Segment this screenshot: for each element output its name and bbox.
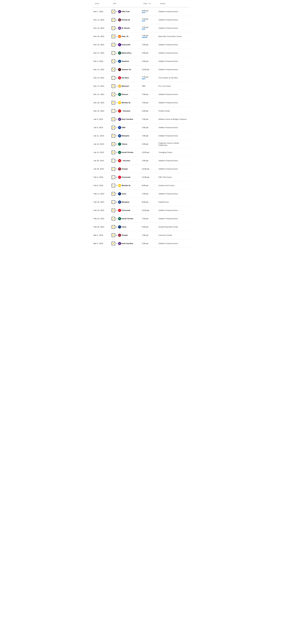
opponent-name: Missouri: [122, 85, 129, 87]
vs-symbol: vs: [116, 52, 118, 54]
result-badge: W: [112, 134, 115, 138]
vs-symbol: vs: [116, 242, 118, 244]
opponent-name: Samford: [122, 60, 129, 62]
game-time-value: 8:00 pm: [142, 184, 157, 186]
game-date: Jan 4, 2023: [93, 118, 111, 121]
game-venue: Liacouras Center: [158, 234, 188, 237]
date-header: DATE: [94, 2, 112, 6]
game-venue: Fertitta Center: [158, 109, 188, 112]
opponent-name: East Carolina: [122, 242, 133, 244]
game-time-value: 2:00 pm: [142, 242, 157, 244]
table-row: Feb 16, 2023 L @ M Memphis 8:00 pm FedEx…: [92, 198, 189, 206]
game-date: Nov 14, 2022: [93, 26, 111, 30]
opponent-name: W. Illinois: [122, 27, 130, 29]
opponent-name: Wichita St.: [122, 184, 131, 186]
game-time-value: 7:00 pm: [142, 118, 157, 120]
result-badge: W: [112, 126, 115, 129]
table-row: Nov 14, 2022 W vs W W. Illinois 7:00 pm …: [92, 24, 189, 32]
game-venue: Baha Mar Convention Center: [158, 35, 188, 38]
table-header: DATE OPP TIME / TV VENUE: [92, 0, 189, 8]
tv-network: ESP+: [142, 28, 157, 30]
game-time: 7:00 pm: [141, 192, 158, 195]
game-time: 7:00 pm: [141, 93, 158, 96]
at-symbol: @: [116, 77, 118, 79]
game-venue: Addition Financial Arena: [158, 93, 188, 96]
result-badge: L: [112, 51, 115, 55]
game-venue: Addition Financial Arena: [158, 217, 188, 220]
game-venue: Yuengling Center: [158, 151, 188, 154]
opponent-name: Tulane: [122, 143, 127, 145]
game-date: Dec 31, 2022: [93, 109, 111, 112]
result-badge: L: [112, 76, 115, 80]
table-row: Feb 26, 2023 W @ T Tulsa 5:00 pm Donald …: [92, 223, 189, 231]
game-opponent: L vs H 3 Houston: [111, 158, 141, 163]
table-row: Dec 21, 2022 W vs S Stetson 7:00 pm Addi…: [92, 90, 189, 98]
game-opponent: W vs W W. Illinois: [111, 26, 141, 30]
game-date: Nov 23, 2022: [93, 43, 111, 46]
game-venue: FLA Live Arena: [158, 84, 188, 88]
result-badge: W: [112, 167, 115, 171]
vs-symbol: vs: [116, 102, 118, 104]
game-time-value: 2:00 pm: [142, 143, 157, 145]
game-date: Dec 11, 2022: [93, 68, 111, 71]
result-badge: W: [112, 242, 115, 245]
game-time-value: 12:00 pm: [142, 68, 157, 70]
at-symbol: @: [116, 226, 118, 228]
game-opponent: W vs S Stetson: [111, 92, 141, 97]
table-row: Nov 23, 2022 W vs E Evansville 7:00 pm A…: [92, 40, 189, 49]
game-date: Dec 28, 2022: [93, 101, 111, 104]
game-date: Nov 11, 2022: [93, 18, 111, 22]
table-row: Dec 28, 2022 W vs W Wichita St. 7:00 pm …: [92, 98, 189, 107]
at-symbol: @: [116, 176, 118, 178]
at-symbol: @: [116, 118, 118, 120]
vs-symbol: vs: [116, 85, 118, 87]
game-opponent: W vs U UNC-Ash.: [111, 9, 141, 14]
game-time-value: 12:00 pm: [142, 168, 157, 170]
game-date: Dec 21, 2022: [93, 93, 111, 96]
table-row: Jan 4, 2023 W @ E East Carolina 7:00 pm …: [92, 115, 189, 124]
vs-symbol: vs: [116, 60, 118, 62]
game-time: 7:00 pm ESP+: [141, 18, 158, 22]
table-row: Nov 27, 2022 L vs M Miami (Fla.) 5:00 pm…: [92, 49, 189, 57]
game-opponent: L @ O Ole Miss: [111, 76, 141, 80]
vs-symbol: vs: [116, 126, 118, 128]
game-venue: FedExForum: [158, 200, 188, 204]
opponent-name: Cincinnati: [122, 176, 130, 178]
game-date: Jan 8, 2023: [93, 126, 111, 129]
result-badge: L: [112, 176, 115, 179]
game-opponent: W @ T Temple: [111, 233, 141, 238]
opponent-name: Houston: [123, 160, 130, 162]
table-row: Jan 25, 2023 L vs H 3 Houston 7:00 pm Ad…: [92, 156, 189, 165]
table-row: Dec 17, 2022 W vs M Missouri TBA FLA Liv…: [92, 82, 189, 90]
game-venue: Addition Financial Arena: [158, 10, 188, 13]
game-time-value: 7:00 pm: [142, 26, 157, 28]
result-badge: W: [112, 26, 115, 30]
opponent-name: South Florida: [122, 151, 133, 153]
game-date: Jan 21, 2023: [93, 151, 111, 154]
game-opponent: W vs E East Carolina: [111, 241, 141, 246]
game-date: Jan 14, 2023: [93, 142, 111, 146]
table-row: Jan 11, 2023 W vs M Memphis 7:00 pm Addi…: [92, 132, 189, 140]
game-opponent: W vs S South Florida: [111, 216, 141, 221]
game-opponent: L @ C Cincinnati: [111, 175, 141, 180]
game-time: 2:00 pm: [141, 60, 158, 63]
game-date: Nov 18, 2022: [93, 35, 111, 38]
vs-symbol: vs: [116, 19, 118, 21]
vs-symbol: vs: [116, 168, 118, 170]
result-badge: W: [112, 18, 115, 22]
game-time-value: 7:00 pm: [142, 193, 157, 195]
opponent-name: Temple: [122, 234, 128, 236]
game-opponent: W @ E East Carolina: [111, 117, 141, 122]
game-date: Dec 14, 2022: [93, 76, 111, 80]
at-symbol: @: [116, 110, 118, 112]
vs-symbol: vs: [116, 160, 118, 162]
game-opponent: W vs M Memphis: [111, 134, 141, 138]
table-row: Feb 4, 2023 L @ C Cincinnati 12:00 pm Fi…: [92, 173, 189, 182]
table-row: Feb 19, 2023 W vs C Cincinnati 12:00 pm …: [92, 206, 189, 214]
at-symbol: @: [116, 151, 118, 153]
game-opponent: W vs C Cincinnati: [111, 208, 141, 213]
game-opponent: W vs E Evansville: [111, 42, 141, 47]
game-opponent: W vs T Temple: [111, 167, 141, 171]
game-time-value: 7:00 pm: [142, 44, 157, 46]
game-time: 5:00 pm: [141, 51, 158, 54]
